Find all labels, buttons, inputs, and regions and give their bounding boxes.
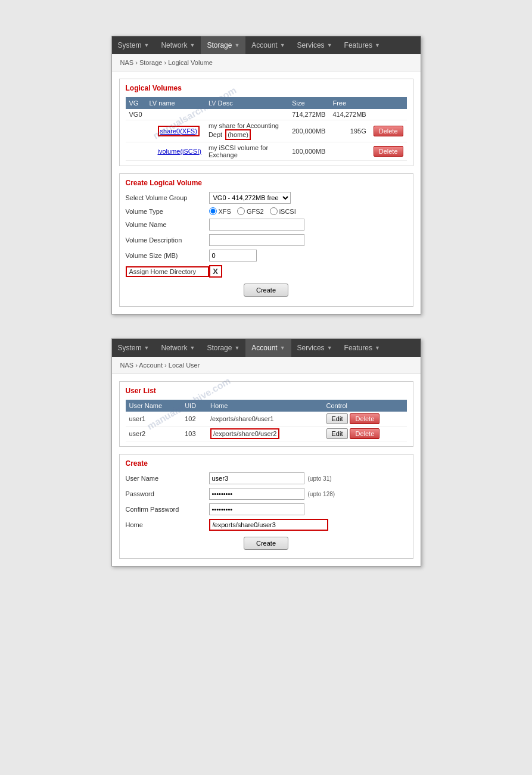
- table-row: user2 103 /exports/share0/user2 Edit Del…: [126, 427, 407, 441]
- create-user-btn-wrapper: Create: [126, 537, 407, 550]
- chevron-down-icon: ▼: [327, 42, 332, 48]
- username-label: User Name: [126, 475, 209, 482]
- create-user-section: Create User Name (upto 31) Password (upt…: [119, 454, 413, 559]
- home-row: Home: [126, 519, 407, 531]
- user2-uid: 103: [181, 427, 207, 441]
- col-control: [370, 97, 407, 109]
- lv-free-ivolume: [329, 142, 369, 161]
- table-row: user1 102 /exports/share0/user1 Edit Del…: [126, 412, 407, 427]
- chevron-down-icon: ▼: [189, 345, 195, 351]
- user2-home: /exports/share0/user2: [210, 428, 279, 439]
- lv-free-share0: 195G: [329, 120, 369, 142]
- volume-desc-input[interactable]: [209, 234, 304, 246]
- radio-gfs2-label[interactable]: GFS2: [237, 207, 264, 215]
- nav-services[interactable]: Services ▼: [291, 36, 338, 54]
- nav2-storage[interactable]: Storage ▼: [201, 339, 245, 357]
- col-vg: VG: [126, 97, 146, 109]
- radio-iscsi[interactable]: [270, 207, 278, 215]
- chevron-down-icon: ▼: [280, 345, 285, 351]
- nav2-features[interactable]: Features ▼: [338, 339, 386, 357]
- volume-desc-row: Volume Description: [126, 234, 407, 246]
- confirm-password-label: Confirm Password: [126, 506, 209, 513]
- panel-logical-volume: manualsarchive.com System ▼ Network ▼ St…: [111, 36, 421, 315]
- logical-volumes-title: Logical Volumes: [126, 84, 407, 92]
- vg-row: VG0 714,272MB 414,272MB: [126, 109, 407, 120]
- volume-type-radios: XFS GFS2 iSCSI: [209, 207, 296, 215]
- user1-controls: Edit Delete: [326, 413, 403, 424]
- volume-size-label: Volume Size (MB): [126, 252, 209, 259]
- password-hint: (upto 128): [308, 491, 335, 497]
- password-input[interactable]: [209, 488, 304, 500]
- chevron-down-icon: ▼: [327, 345, 332, 351]
- nav-features[interactable]: Features ▼: [338, 36, 386, 54]
- radio-xfs[interactable]: [209, 207, 217, 215]
- delete-ivolume-button[interactable]: Delete: [374, 146, 403, 157]
- col-size: Size: [288, 97, 329, 109]
- confirm-password-input[interactable]: [209, 503, 304, 515]
- home-label: Home: [126, 521, 209, 528]
- panel-local-user: manualsarchive.com System ▼ Network ▼ St…: [111, 338, 421, 567]
- assign-home-row: Assign Home Directory X: [126, 265, 407, 278]
- delete-user1-button[interactable]: Delete: [350, 413, 379, 424]
- col-control: Control: [323, 400, 407, 412]
- chevron-down-icon: ▼: [375, 345, 380, 351]
- delete-user2-button[interactable]: Delete: [350, 428, 379, 439]
- assign-home-x: X: [213, 267, 218, 276]
- nav2-network[interactable]: Network ▼: [155, 339, 201, 357]
- volume-size-row: Volume Size (MB): [126, 250, 407, 262]
- logical-volumes-section: Logical Volumes VG LV name LV Desc Size …: [119, 79, 413, 166]
- table-row: ivolume(iSCSI) my iSCSI volume for Excha…: [126, 142, 407, 161]
- navbar-2: System ▼ Network ▼ Storage ▼ Account ▼ S…: [112, 339, 421, 357]
- volume-name-row: Volume Name: [126, 219, 407, 231]
- user-list-section: User List User Name UID Home Control use…: [119, 381, 413, 447]
- nav-storage[interactable]: Storage ▼: [201, 36, 245, 54]
- volume-type-label: Volume Type: [126, 208, 209, 215]
- radio-gfs2[interactable]: [237, 207, 245, 215]
- breadcrumb-1: NAS › Storage › Logical Volume: [112, 54, 421, 71]
- chevron-down-icon: ▼: [234, 345, 239, 351]
- home-indicator: (home): [225, 129, 251, 140]
- nav-system[interactable]: System ▼: [112, 36, 155, 54]
- create-lv-button[interactable]: Create: [244, 284, 288, 297]
- nav2-services[interactable]: Services ▼: [291, 339, 338, 357]
- home-input[interactable]: [209, 519, 328, 531]
- nav2-account[interactable]: Account ▼: [245, 339, 291, 357]
- col-uid: UID: [181, 400, 207, 412]
- vg-size: 714,272MB: [288, 109, 329, 120]
- col-free: Free: [329, 97, 369, 109]
- nav-network[interactable]: Network ▼: [155, 36, 201, 54]
- logical-volumes-table: VG LV name LV Desc Size Free VG0 714,272…: [126, 97, 407, 161]
- edit-user1-button[interactable]: Edit: [326, 413, 349, 424]
- user2-controls: Edit Delete: [326, 428, 403, 439]
- lv-name-ivolume[interactable]: ivolume(iSCSI): [158, 148, 201, 155]
- select-vg-dropdown[interactable]: VG0 - 414,272MB free: [209, 192, 291, 204]
- chevron-down-icon: ▼: [375, 42, 380, 48]
- lv-name-share0[interactable]: share0(XFS): [158, 126, 200, 136]
- volume-name-input[interactable]: [209, 219, 304, 231]
- chevron-down-icon: ▼: [234, 42, 239, 48]
- delete-share0-button[interactable]: Delete: [374, 126, 403, 136]
- chevron-down-icon: ▼: [144, 42, 150, 48]
- chevron-down-icon: ▼: [189, 42, 195, 48]
- volume-desc-label: Volume Description: [126, 236, 209, 244]
- vg-free: 414,272MB: [329, 109, 369, 120]
- create-user-title: Create: [126, 459, 407, 468]
- username-input[interactable]: [209, 472, 304, 484]
- user2-name: user2: [126, 427, 182, 441]
- confirm-password-row: Confirm Password: [126, 503, 407, 515]
- radio-iscsi-label[interactable]: iSCSI: [270, 207, 296, 215]
- user1-uid: 102: [181, 412, 207, 427]
- edit-user2-button[interactable]: Edit: [326, 428, 349, 439]
- user-list-table: User Name UID Home Control user1 102 /ex…: [126, 400, 407, 441]
- create-lv-btn-wrapper: Create: [126, 284, 407, 297]
- lv-size-share0: 200,000MB: [288, 120, 329, 142]
- select-vg-label: Select Volume Group: [126, 194, 209, 201]
- nav2-system[interactable]: System ▼: [112, 339, 155, 357]
- assign-home-checkbox-wrapper: X: [209, 265, 222, 278]
- nav-account[interactable]: Account ▼: [245, 36, 291, 54]
- table-row: share0(XFS) my share for Accounting Dept…: [126, 120, 407, 142]
- create-user-button[interactable]: Create: [244, 537, 288, 550]
- volume-size-input[interactable]: [209, 250, 257, 262]
- create-lv-title: Create Logical Volume: [126, 179, 407, 187]
- radio-xfs-label[interactable]: XFS: [209, 207, 231, 215]
